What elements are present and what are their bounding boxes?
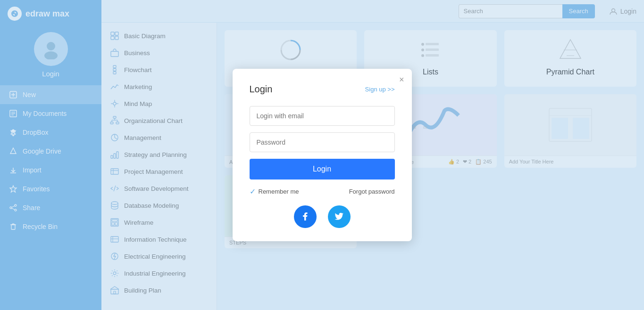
modal-close-button[interactable]: × bbox=[399, 75, 404, 84]
password-input[interactable] bbox=[250, 132, 395, 152]
twitter-login-button[interactable] bbox=[328, 205, 351, 228]
facebook-login-button[interactable] bbox=[294, 205, 317, 228]
social-login-buttons bbox=[250, 205, 395, 228]
login-button[interactable]: Login bbox=[250, 159, 395, 179]
modal-signup-link[interactable]: Sign up >> bbox=[365, 86, 395, 93]
remember-me-label[interactable]: ✓ Remember me bbox=[250, 187, 299, 196]
modal-header: Login Sign up >> bbox=[250, 84, 395, 95]
login-modal: × Login Sign up >> Login ✓ Remember me F… bbox=[233, 69, 412, 241]
forgot-password-link[interactable]: Forgot password bbox=[349, 188, 395, 195]
remember-me-text: Remember me bbox=[259, 188, 299, 195]
modal-title: Login bbox=[250, 84, 273, 95]
modal-options: ✓ Remember me Forgot password bbox=[250, 187, 395, 196]
facebook-icon bbox=[299, 211, 311, 223]
modal-overlay: × Login Sign up >> Login ✓ Remember me F… bbox=[0, 0, 644, 310]
email-input[interactable] bbox=[250, 106, 395, 126]
checkmark-icon: ✓ bbox=[250, 187, 256, 196]
twitter-icon bbox=[333, 211, 345, 223]
